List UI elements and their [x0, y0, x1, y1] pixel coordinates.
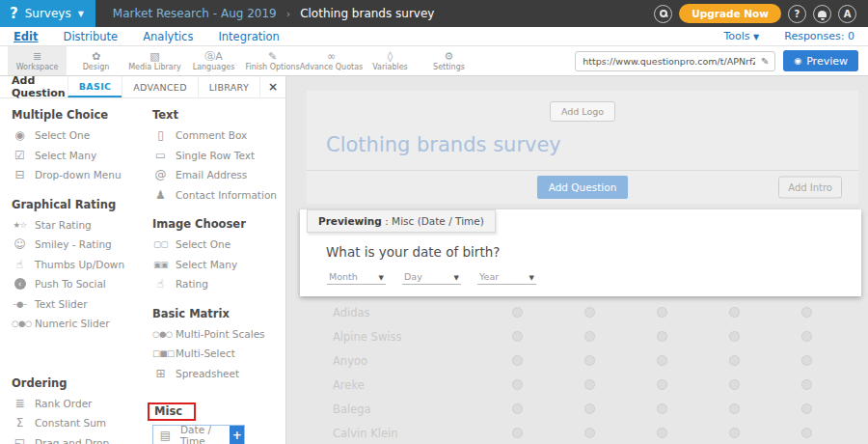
question-type-multi-point-scales[interactable]: ○●○Multi-Point Scales: [152, 324, 285, 345]
radio-button[interactable]: [657, 307, 667, 318]
toolbar-item-advance-quotas[interactable]: ∞Advance Quotas: [302, 46, 361, 75]
upgrade-now-button[interactable]: Upgrade Now: [679, 4, 781, 23]
preview-button[interactable]: ◉ Preview: [783, 50, 858, 71]
question-type-star-rating[interactable]: ★☆Star Rating: [12, 215, 152, 236]
matrix-radio-cell: [626, 379, 698, 390]
radio-button[interactable]: [801, 428, 812, 438]
toolbar-item-settings[interactable]: ⚙Settings: [420, 46, 478, 75]
previewing-label: Previewing: [318, 215, 382, 227]
survey-actions-row: Add Question Add Intro: [307, 171, 858, 204]
tools-menu[interactable]: Tools ▼: [723, 30, 759, 42]
tab-basic[interactable]: BASIC: [68, 76, 122, 97]
question-type-rank-order[interactable]: ≣Rank Order: [12, 394, 152, 414]
question-type-numeric-slider[interactable]: ○●○Numeric Slider: [12, 314, 152, 334]
radio-button[interactable]: [512, 331, 523, 342]
radio-button[interactable]: [729, 307, 740, 318]
radio-button[interactable]: [729, 355, 740, 366]
radio-button[interactable]: [657, 403, 667, 414]
radio-button[interactable]: [657, 355, 667, 366]
date-select-month[interactable]: Month▼: [327, 270, 386, 285]
matrix-radio-cell: [771, 331, 843, 342]
radio-button[interactable]: [657, 428, 667, 438]
radio-button[interactable]: [584, 307, 595, 318]
radio-button[interactable]: [801, 307, 812, 318]
menu-item-edit[interactable]: Edit: [14, 30, 39, 43]
radio-button[interactable]: [512, 379, 523, 390]
radio-button[interactable]: [729, 331, 740, 342]
question-type-select-many[interactable]: ▣▣Select Many: [152, 255, 285, 275]
matrix-row-label: Areke: [307, 378, 481, 392]
finish-options-icon: ✎: [268, 50, 277, 63]
date-select-day[interactable]: Day▼: [402, 270, 461, 285]
tab-advanced[interactable]: ADVANCED: [122, 76, 198, 97]
question-type-rating[interactable]: ☝Rating: [152, 274, 285, 294]
question-type-label: Text Slider: [35, 298, 88, 310]
menu-item-analytics[interactable]: Analytics: [143, 30, 193, 43]
search-button[interactable]: [654, 5, 672, 23]
notifications-button[interactable]: [813, 5, 831, 23]
add-question-button[interactable]: Add Question: [537, 176, 629, 199]
add-logo-button[interactable]: Add Logo: [550, 101, 615, 122]
question-type-select-one[interactable]: ◉Select One: [12, 125, 152, 146]
add-date-time-button[interactable]: +: [230, 426, 244, 444]
section-image-chooser: Image Chooser▢▢Select One▣▣Select Many☝R…: [152, 217, 285, 294]
radio-button[interactable]: [657, 379, 667, 390]
settings-icon: ⚙: [445, 50, 454, 63]
question-type-drag-and-drop[interactable]: ◱Drag and Drop: [12, 433, 152, 444]
question-type-spreadsheet[interactable]: ⊞Spreadsheet: [152, 364, 285, 384]
radio-button[interactable]: [584, 379, 595, 390]
radio-button[interactable]: [584, 428, 595, 438]
question-type-email-address[interactable]: @Email Address: [152, 165, 285, 185]
radio-button[interactable]: [729, 379, 740, 390]
date-select-year[interactable]: Year▼: [477, 270, 536, 285]
question-type-constant-sum[interactable]: ΣConstant Sum: [12, 413, 152, 433]
question-type-drop-down-menu[interactable]: ⊟Drop-down Menu: [12, 165, 152, 185]
radio-button[interactable]: [801, 331, 812, 342]
help-button[interactable]: ?: [788, 5, 806, 23]
question-type-multi-select[interactable]: □■□Multi-Select: [152, 344, 285, 364]
survey-title[interactable]: Clothing brands survey: [307, 126, 858, 170]
question-type-thumbs-up-down[interactable]: ☝Thumbs Up/Down: [12, 255, 152, 275]
radio-button[interactable]: [512, 428, 523, 438]
radio-button[interactable]: [512, 307, 523, 318]
avatar[interactable]: A: [838, 5, 856, 23]
toolbar-item-media-library[interactable]: ▧Media Library: [125, 46, 184, 75]
question-type-push-to-social[interactable]: ‹Push To Social: [12, 274, 152, 294]
radio-button[interactable]: [512, 355, 523, 366]
radio-button[interactable]: [729, 403, 740, 414]
question-type-contact-information[interactable]: ♟Contact Information: [152, 185, 285, 206]
radio-button[interactable]: [729, 428, 740, 438]
matrix-radio-cell: [481, 307, 554, 318]
question-type-text-slider[interactable]: –●–Text Slider: [12, 294, 152, 315]
toolbar: ≣Workspace✿Design▧Media LibraryⓐALanguag…: [0, 46, 868, 76]
radio-button[interactable]: [801, 379, 812, 390]
radio-button[interactable]: [801, 403, 812, 414]
survey-url-input[interactable]: https://www.questionpro.com/t/APNrfZ: [576, 56, 755, 67]
question-type-select-one[interactable]: ▢▢Select One: [152, 235, 285, 255]
tab-library[interactable]: LIBRARY: [198, 76, 259, 97]
toolbar-item-languages[interactable]: ⓐALanguages: [184, 46, 243, 75]
radio-button[interactable]: [584, 355, 595, 366]
add-intro-button[interactable]: Add Intro: [778, 177, 842, 199]
menu-item-integration[interactable]: Integration: [218, 30, 279, 43]
edit-url-icon[interactable]: ✎: [755, 56, 774, 67]
surveys-menu[interactable]: ? Surveys ▼: [0, 0, 95, 27]
question-type-smiley-rating[interactable]: ☺Smiley - Rating: [12, 235, 152, 255]
question-type-select-many[interactable]: ☑Select Many: [12, 146, 152, 166]
breadcrumb-parent[interactable]: Market Research - Aug 2019: [113, 7, 277, 20]
toolbar-item-workspace[interactable]: ≣Workspace: [8, 46, 67, 75]
radio-button[interactable]: [657, 331, 667, 342]
question-type-comment-box[interactable]: ▯Comment Box: [152, 125, 285, 146]
radio-button[interactable]: [584, 403, 595, 414]
radio-button[interactable]: [801, 355, 812, 366]
radio-button[interactable]: [512, 403, 523, 414]
responses-count[interactable]: Responses: 0: [784, 30, 854, 42]
toolbar-item-design[interactable]: ✿Design: [67, 46, 125, 75]
toolbar-item-finish-options[interactable]: ✎Finish Options: [243, 46, 302, 75]
toolbar-item-variables[interactable]: ◊Variables: [361, 46, 420, 75]
menu-item-distribute[interactable]: Distribute: [64, 30, 119, 43]
close-panel-button[interactable]: ×: [259, 76, 285, 97]
radio-button[interactable]: [584, 331, 595, 342]
question-type-single-row-text[interactable]: ▭Single Row Text: [152, 146, 285, 166]
question-type-date-time[interactable]: ▤Date / Time+: [152, 425, 245, 444]
